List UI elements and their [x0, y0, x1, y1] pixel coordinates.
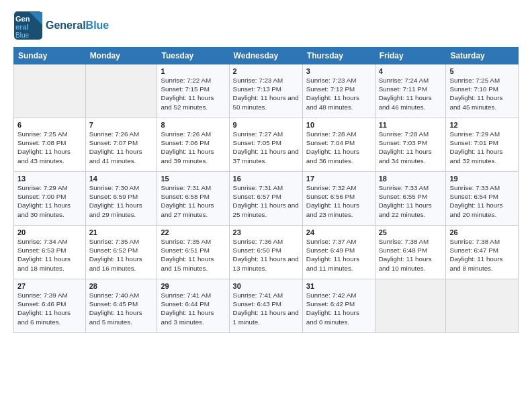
day-number: 4: [379, 67, 443, 75]
day-number: 3: [306, 67, 371, 75]
day-info: Sunrise: 7:39 AM Sunset: 6:46 PM Dayligh…: [17, 291, 82, 326]
calendar-cell: 30Sunrise: 7:41 AM Sunset: 6:43 PM Dayli…: [229, 279, 302, 333]
day-info: Sunrise: 7:23 AM Sunset: 7:13 PM Dayligh…: [233, 76, 299, 111]
svg-text:Blue: Blue: [15, 32, 29, 39]
day-number: 20: [17, 228, 82, 236]
calendar-table: SundayMondayTuesdayWednesdayThursdayFrid…: [13, 47, 519, 333]
day-number: 9: [233, 121, 299, 129]
logo: Gen eral Blue GeneralBlue: [13, 11, 109, 40]
day-number: 8: [161, 121, 225, 129]
weekday-header-friday: Friday: [375, 48, 446, 64]
weekday-header-row: SundayMondayTuesdayWednesdayThursdayFrid…: [14, 48, 519, 64]
day-info: Sunrise: 7:26 AM Sunset: 7:07 PM Dayligh…: [89, 130, 154, 165]
day-info: Sunrise: 7:37 AM Sunset: 6:49 PM Dayligh…: [306, 237, 371, 273]
calendar-page: Gen eral Blue GeneralBlue SundayMondayTu…: [0, 0, 532, 411]
day-number: 17: [306, 175, 371, 183]
day-info: Sunrise: 7:40 AM Sunset: 6:45 PM Dayligh…: [89, 291, 154, 326]
day-info: Sunrise: 7:28 AM Sunset: 7:04 PM Dayligh…: [306, 130, 371, 165]
calendar-cell: 15Sunrise: 7:31 AM Sunset: 6:58 PM Dayli…: [157, 172, 229, 226]
calendar-cell: 6Sunrise: 7:25 AM Sunset: 7:08 PM Daylig…: [14, 118, 86, 172]
day-info: Sunrise: 7:29 AM Sunset: 7:00 PM Dayligh…: [17, 183, 82, 219]
day-info: Sunrise: 7:33 AM Sunset: 6:55 PM Dayligh…: [379, 183, 443, 219]
day-number: 18: [379, 175, 443, 183]
calendar-cell: 18Sunrise: 7:33 AM Sunset: 6:55 PM Dayli…: [375, 172, 446, 226]
calendar-week-row: 13Sunrise: 7:29 AM Sunset: 7:00 PM Dayli…: [14, 172, 519, 226]
svg-text:eral: eral: [15, 23, 29, 31]
weekday-header-monday: Monday: [85, 48, 157, 64]
calendar-cell: 7Sunrise: 7:26 AM Sunset: 7:07 PM Daylig…: [85, 118, 157, 172]
day-number: 29: [161, 282, 225, 290]
day-info: Sunrise: 7:31 AM Sunset: 6:57 PM Dayligh…: [233, 183, 299, 219]
calendar-cell: 2Sunrise: 7:23 AM Sunset: 7:13 PM Daylig…: [229, 64, 302, 118]
day-info: Sunrise: 7:28 AM Sunset: 7:03 PM Dayligh…: [379, 130, 443, 165]
calendar-week-row: 27Sunrise: 7:39 AM Sunset: 6:46 PM Dayli…: [14, 279, 519, 333]
day-number: 21: [89, 228, 154, 236]
calendar-cell: 12Sunrise: 7:29 AM Sunset: 7:01 PM Dayli…: [446, 118, 519, 172]
calendar-cell: 9Sunrise: 7:27 AM Sunset: 7:05 PM Daylig…: [229, 118, 302, 172]
day-info: Sunrise: 7:32 AM Sunset: 6:56 PM Dayligh…: [306, 183, 371, 219]
calendar-cell: 26Sunrise: 7:38 AM Sunset: 6:47 PM Dayli…: [446, 226, 519, 279]
calendar-cell: 16Sunrise: 7:31 AM Sunset: 6:57 PM Dayli…: [229, 172, 302, 226]
day-info: Sunrise: 7:38 AM Sunset: 6:48 PM Dayligh…: [379, 237, 443, 273]
day-number: 15: [161, 175, 225, 183]
calendar-cell: 28Sunrise: 7:40 AM Sunset: 6:45 PM Dayli…: [85, 279, 157, 333]
day-info: Sunrise: 7:22 AM Sunset: 7:15 PM Dayligh…: [161, 76, 225, 111]
day-info: Sunrise: 7:23 AM Sunset: 7:12 PM Dayligh…: [306, 76, 371, 111]
day-number: 23: [233, 228, 299, 236]
day-info: Sunrise: 7:30 AM Sunset: 6:59 PM Dayligh…: [89, 183, 154, 219]
calendar-week-row: 1Sunrise: 7:22 AM Sunset: 7:15 PM Daylig…: [14, 64, 519, 118]
weekday-header-tuesday: Tuesday: [157, 48, 229, 64]
day-info: Sunrise: 7:34 AM Sunset: 6:53 PM Dayligh…: [17, 237, 82, 273]
calendar-cell: [85, 64, 157, 118]
logo-icon: Gen eral Blue: [13, 11, 43, 40]
calendar-cell: 27Sunrise: 7:39 AM Sunset: 6:46 PM Dayli…: [14, 279, 86, 333]
calendar-cell: 25Sunrise: 7:38 AM Sunset: 6:48 PM Dayli…: [375, 226, 446, 279]
calendar-cell: 3Sunrise: 7:23 AM Sunset: 7:12 PM Daylig…: [302, 64, 375, 118]
day-info: Sunrise: 7:36 AM Sunset: 6:50 PM Dayligh…: [233, 237, 299, 273]
calendar-cell: [375, 279, 446, 333]
header: Gen eral Blue GeneralBlue: [13, 11, 519, 40]
day-number: 26: [449, 228, 515, 236]
day-number: 10: [306, 121, 371, 129]
day-number: 22: [161, 228, 225, 236]
day-info: Sunrise: 7:41 AM Sunset: 6:44 PM Dayligh…: [161, 291, 225, 326]
day-number: 25: [379, 228, 443, 236]
day-info: Sunrise: 7:35 AM Sunset: 6:51 PM Dayligh…: [161, 237, 225, 273]
weekday-header-wednesday: Wednesday: [229, 48, 302, 64]
day-info: Sunrise: 7:24 AM Sunset: 7:11 PM Dayligh…: [379, 76, 443, 111]
calendar-cell: 11Sunrise: 7:28 AM Sunset: 7:03 PM Dayli…: [375, 118, 446, 172]
calendar-cell: 20Sunrise: 7:34 AM Sunset: 6:53 PM Dayli…: [14, 226, 86, 279]
day-number: 5: [449, 67, 515, 75]
weekday-header-saturday: Saturday: [446, 48, 519, 64]
calendar-cell: 19Sunrise: 7:33 AM Sunset: 6:54 PM Dayli…: [446, 172, 519, 226]
day-number: 7: [89, 121, 154, 129]
day-info: Sunrise: 7:38 AM Sunset: 6:47 PM Dayligh…: [449, 237, 515, 273]
day-number: 31: [306, 282, 371, 290]
day-number: 1: [161, 67, 225, 75]
day-number: 2: [233, 67, 299, 75]
svg-text:Gen: Gen: [15, 15, 30, 23]
calendar-cell: 14Sunrise: 7:30 AM Sunset: 6:59 PM Dayli…: [85, 172, 157, 226]
calendar-cell: 21Sunrise: 7:35 AM Sunset: 6:52 PM Dayli…: [85, 226, 157, 279]
day-info: Sunrise: 7:41 AM Sunset: 6:43 PM Dayligh…: [233, 291, 299, 326]
calendar-cell: 1Sunrise: 7:22 AM Sunset: 7:15 PM Daylig…: [157, 64, 229, 118]
day-info: Sunrise: 7:25 AM Sunset: 7:08 PM Dayligh…: [17, 130, 82, 165]
day-number: 13: [17, 175, 82, 183]
day-info: Sunrise: 7:27 AM Sunset: 7:05 PM Dayligh…: [233, 130, 299, 165]
day-number: 28: [89, 282, 154, 290]
day-info: Sunrise: 7:42 AM Sunset: 6:42 PM Dayligh…: [306, 291, 371, 326]
calendar-cell: 29Sunrise: 7:41 AM Sunset: 6:44 PM Dayli…: [157, 279, 229, 333]
calendar-week-row: 20Sunrise: 7:34 AM Sunset: 6:53 PM Dayli…: [14, 226, 519, 279]
day-info: Sunrise: 7:26 AM Sunset: 7:06 PM Dayligh…: [161, 130, 225, 165]
day-number: 14: [89, 175, 154, 183]
weekday-header-sunday: Sunday: [14, 48, 86, 64]
day-info: Sunrise: 7:35 AM Sunset: 6:52 PM Dayligh…: [89, 237, 154, 273]
logo-name: GeneralBlue: [46, 19, 109, 32]
day-number: 24: [306, 228, 371, 236]
calendar-cell: 22Sunrise: 7:35 AM Sunset: 6:51 PM Dayli…: [157, 226, 229, 279]
day-number: 27: [17, 282, 82, 290]
calendar-cell: 8Sunrise: 7:26 AM Sunset: 7:06 PM Daylig…: [157, 118, 229, 172]
calendar-cell: 31Sunrise: 7:42 AM Sunset: 6:42 PM Dayli…: [302, 279, 375, 333]
calendar-cell: 5Sunrise: 7:25 AM Sunset: 7:10 PM Daylig…: [446, 64, 519, 118]
day-number: 19: [449, 175, 515, 183]
